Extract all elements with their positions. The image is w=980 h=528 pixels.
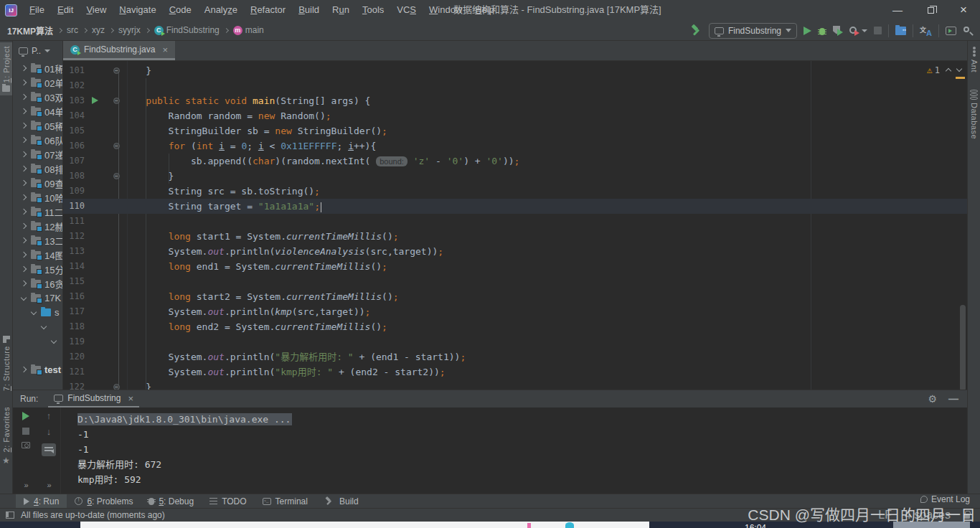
tool-window-toggle-icon[interactable] (6, 512, 14, 519)
breadcrumb-item-xyz[interactable]: xyz (92, 25, 105, 35)
project-structure-icon[interactable] (895, 27, 906, 35)
line-number[interactable]: 113 (63, 244, 85, 259)
menu-item-vcs[interactable]: VCS (390, 0, 423, 20)
code-area[interactable]: 101− }102103− public static void main(St… (63, 61, 967, 390)
line-number[interactable]: 117 (63, 304, 85, 319)
editor-scrollbar[interactable] (960, 305, 966, 390)
minimize-button[interactable]: — (881, 0, 914, 20)
line-number[interactable]: 122 (63, 380, 85, 390)
line-number[interactable]: 105 (63, 123, 85, 138)
tool-button-favorites[interactable]: 2: Favorites ★ (0, 403, 12, 468)
chevron-right-icon[interactable] (21, 94, 27, 100)
line-number[interactable]: 104 (63, 108, 85, 123)
tool-tab-terminal[interactable]: >_Terminal (255, 494, 316, 509)
tool-button-ant[interactable]: Ant (968, 43, 980, 76)
tool-tab-build[interactable]: Build (316, 494, 367, 509)
translate-icon[interactable]: 文A (920, 25, 932, 36)
line-number[interactable]: 103 (63, 93, 85, 108)
close-icon[interactable]: × (128, 393, 133, 404)
run-line-icon[interactable] (92, 97, 98, 104)
menu-item-tools[interactable]: Tools (356, 0, 390, 20)
tree-item-07递[interactable]: 07递 (13, 147, 63, 161)
line-number[interactable]: 120 (63, 349, 85, 364)
tool-tab-6-problems[interactable]: 6: Problems (67, 494, 141, 509)
tree-item[interactable] (13, 319, 63, 334)
chevron-down-icon[interactable] (51, 338, 57, 344)
tool-button-project[interactable]: 1: Project (0, 42, 12, 95)
chevron-right-icon[interactable] (21, 151, 27, 157)
breadcrumb-item-findsubstring[interactable]: CFindSubstring (154, 25, 220, 35)
chevron-right-icon[interactable] (21, 266, 27, 272)
line-number[interactable]: 109 (63, 184, 85, 199)
line-number[interactable]: 115 (63, 274, 85, 289)
chevron-right-icon[interactable] (21, 237, 27, 243)
breadcrumb-item-src[interactable]: src (67, 25, 78, 35)
soft-wrap-icon[interactable] (42, 443, 56, 456)
restore-button[interactable] (914, 0, 947, 20)
menu-item-analyze[interactable]: Analyze (198, 0, 244, 20)
more-icon[interactable]: » (47, 481, 50, 489)
tree-item-08排[interactable]: 08排 (13, 161, 63, 176)
settings-gear-icon[interactable]: ⚙ (928, 393, 937, 405)
debug-button[interactable] (818, 26, 826, 36)
more-icon[interactable]: » (24, 481, 27, 489)
menu-item-view[interactable]: View (80, 0, 113, 20)
build-hammer-icon[interactable] (691, 25, 702, 37)
menu-item-refactor[interactable]: Refactor (244, 0, 292, 20)
chevron-right-icon[interactable] (21, 194, 27, 200)
tree-item[interactable]: C (13, 348, 63, 362)
tool-button-database[interactable]: Database (968, 86, 980, 143)
chevron-right-icon[interactable] (21, 65, 27, 71)
tree-item-05稀[interactable]: 05稀 (13, 118, 63, 133)
chevron-right-icon[interactable] (21, 123, 27, 128)
editor-tab-findsubstring[interactable]: C FindSubstring.java × (63, 41, 175, 60)
chevron-down-icon[interactable] (41, 324, 47, 329)
breadcrumb-item-17kmp算法[interactable]: 17KMP算法 (7, 24, 53, 37)
chevron-right-icon[interactable] (21, 180, 27, 186)
tree-item-s[interactable]: s (13, 305, 63, 319)
line-number[interactable]: 119 (63, 334, 85, 349)
fold-marker-icon[interactable]: − (113, 143, 120, 149)
fold-marker-icon[interactable]: − (113, 384, 120, 390)
profiler-button[interactable] (849, 26, 859, 36)
tool-tab-5-debug[interactable]: 5: Debug (141, 494, 202, 509)
chevron-right-icon[interactable] (21, 80, 27, 85)
tool-tab-todo[interactable]: TODO (202, 494, 254, 509)
tree-item-12赫[interactable]: 12赫 (13, 219, 63, 233)
next-warning-icon[interactable] (956, 66, 962, 72)
menu-item-build[interactable]: Build (292, 0, 326, 20)
inspections-widget[interactable]: ⚠ 1 (927, 65, 961, 75)
tree-item-13二[interactable]: 13二 (13, 233, 63, 248)
chevron-down-icon[interactable] (31, 309, 37, 315)
tree-item-01稀[interactable]: 01稀 (13, 61, 63, 75)
chevron-right-icon[interactable] (21, 367, 27, 372)
chevron-right-icon[interactable] (21, 223, 27, 229)
breadcrumb-item-syyrjx[interactable]: syyrjx (118, 25, 141, 35)
chevron-down-icon[interactable] (21, 295, 27, 301)
chevron-down-icon[interactable] (862, 29, 867, 32)
fold-marker-icon[interactable]: − (113, 173, 120, 179)
line-number[interactable]: 102 (63, 78, 85, 93)
menu-item-navigate[interactable]: Navigate (113, 0, 162, 20)
tree-item-10哈[interactable]: 10哈 (13, 190, 63, 204)
tree-item-09查[interactable]: 09查 (13, 176, 63, 190)
menu-item-edit[interactable]: Edit (51, 0, 80, 20)
menu-item-file[interactable]: File (23, 0, 51, 20)
chevron-right-icon[interactable] (21, 166, 27, 171)
run-configuration-select[interactable]: FindSubstring (709, 23, 797, 39)
tool-tab-4-run[interactable]: 4: Run (16, 494, 67, 509)
run-tab-findsubstring[interactable]: FindSubstring × (48, 390, 139, 407)
line-number[interactable]: 101 (63, 63, 85, 78)
breadcrumb-item-main[interactable]: mmain (233, 25, 264, 35)
chevron-right-icon[interactable] (21, 137, 27, 143)
line-number[interactable]: 107 (63, 154, 85, 169)
tree-item-test[interactable]: test (13, 362, 63, 377)
tree-item-04单[interactable]: 04单 (13, 104, 63, 118)
line-number[interactable]: 121 (63, 364, 85, 380)
tree-item-02单[interactable]: 02单 (13, 75, 63, 90)
previous-warning-icon[interactable] (946, 68, 951, 74)
coverage-button[interactable] (833, 26, 843, 36)
rerun-button[interactable] (22, 412, 29, 420)
line-number[interactable]: 112 (63, 229, 85, 244)
down-arrow-icon[interactable]: ↓ (47, 428, 52, 436)
